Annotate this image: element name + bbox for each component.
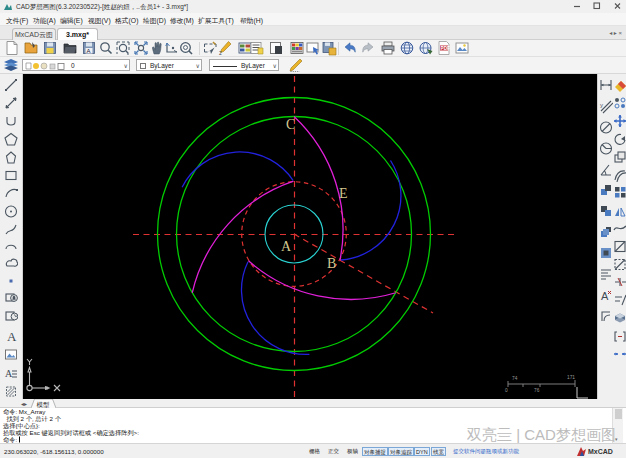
svg-text:A: A: [281, 239, 292, 254]
svg-text:C: C: [286, 117, 295, 132]
svg-text:PDF: PDF: [441, 46, 450, 51]
svg-text:171: 171: [567, 375, 575, 380]
svg-text:B: B: [327, 256, 336, 271]
svg-text:A: A: [87, 48, 91, 54]
svg-text:A: A: [7, 329, 17, 344]
svg-text:2: 2: [219, 50, 222, 56]
svg-text:76: 76: [534, 388, 540, 393]
svg-text:A: A: [601, 290, 609, 302]
svg-text:74: 74: [512, 376, 518, 381]
svg-text:模型: 模型: [37, 401, 51, 408]
svg-text:y: y: [600, 102, 603, 108]
svg-text:A: A: [5, 368, 13, 379]
svg-text:E: E: [339, 186, 348, 201]
svg-text:0: 0: [505, 388, 508, 393]
